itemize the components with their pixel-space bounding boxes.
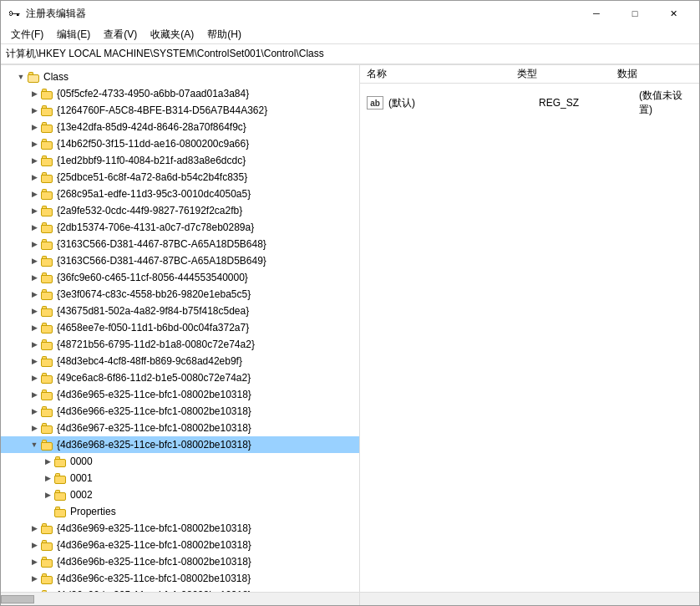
toggle-3163C566b[interactable]: ▶ — [28, 254, 41, 267]
tree-item-4d36e96a[interactable]: ▶ {4d36e96a-e325-11ce-bfc1-08002be10318} — [1, 537, 359, 553]
toggle-48d3ebc4[interactable]: ▶ — [28, 354, 41, 368]
tree-item-4d36e969[interactable]: ▶ {4d36e969-e325-11ce-bfc1-08002be10318} — [1, 520, 359, 537]
toggle-25dbce51[interactable]: ▶ — [28, 171, 41, 184]
tree-item-13e42dfa[interactable]: ▶ {13e42dfa-85d9-424d-8646-28a70f864f9c} — [1, 119, 359, 135]
toggle-05f5cfe2[interactable]: ▶ — [28, 87, 41, 100]
toggle-4d36e96c[interactable]: ▶ — [28, 572, 41, 585]
folder-icon-3e3f0674 — [41, 288, 54, 300]
tree-scroll[interactable]: ▼ Class ▶ — [1, 65, 359, 592]
tree-item-14b62f50[interactable]: ▶ {14b62f50-3f15-11dd-ae16-0800200c9a66} — [1, 135, 359, 152]
toggle-49ce6ac8[interactable]: ▶ — [28, 371, 41, 384]
menu-help[interactable]: 帮助(H) — [200, 26, 248, 43]
tree-item-4d36e96c[interactable]: ▶ {4d36e96c-e325-11ce-bfc1-08002be10318} — [1, 570, 359, 587]
reg-row-default[interactable]: ab (默认) REG_SZ (数值未设置) — [360, 87, 699, 119]
right-content: ab (默认) REG_SZ (数值未设置) — [360, 84, 699, 592]
menu-view[interactable]: 查看(V) — [97, 26, 144, 43]
folder-icon-4d36e965 — [41, 389, 54, 400]
folder-icon-3163C566b — [41, 255, 54, 267]
right-pane: 名称 类型 数据 ab (默认) REG_SZ (数值未设置) — [360, 65, 699, 605]
toggle-4d36e965[interactable]: ▶ — [28, 388, 41, 401]
tree-item-1264760F[interactable]: ▶ {1264760F-A5C8-4BFE-B314-D56A7B44A362} — [1, 102, 359, 119]
toggle-2a9fe532[interactable]: ▶ — [28, 204, 41, 217]
toggle-3163C566a[interactable]: ▶ — [28, 237, 41, 251]
title-bar: 🗝 注册表编辑器 ─ □ ✕ — [1, 1, 699, 26]
toggle-Properties[interactable] — [41, 505, 54, 518]
folder-icon-0001 — [54, 472, 68, 484]
toggle-48721b56[interactable]: ▶ — [28, 338, 41, 351]
toggle-0001[interactable]: ▶ — [41, 471, 54, 485]
tree-label-36fc9e60: {36fc9e60-c465-11cf-8056-444553540000} — [57, 272, 248, 283]
toggle-0000[interactable]: ▶ — [41, 455, 54, 468]
toggle-4d36e969[interactable]: ▶ — [28, 522, 41, 535]
tree-label-48d3ebc4: {48d3ebc4-4cf8-48ff-b869-9c68ad42eb9f} — [57, 355, 242, 367]
reg-data-default: (数值未设置) — [639, 89, 692, 117]
toggle-43675d81[interactable]: ▶ — [28, 304, 41, 318]
toggle-4d36e968[interactable]: ▼ — [28, 438, 41, 451]
toggle-0002[interactable]: ▶ — [41, 488, 54, 502]
tree-item-class[interactable]: ▼ Class — [1, 69, 359, 85]
tree-item-4d36e965[interactable]: ▶ {4d36e965-e325-11ce-bfc1-08002be10318} — [1, 386, 359, 403]
tree-item-3163C566b[interactable]: ▶ {3163C566-D381-4467-87BC-A65A18D5B649} — [1, 252, 359, 269]
reg-icon-ab: ab — [367, 96, 383, 109]
menu-favorites[interactable]: 收藏夹(A) — [144, 26, 200, 43]
toggle-36fc9e60[interactable]: ▶ — [28, 271, 41, 284]
tree-item-2a9fe532[interactable]: ▶ {2a9fe532-0cdc-44f9-9827-76192f2ca2fb} — [1, 202, 359, 219]
toggle-4d36e967[interactable]: ▶ — [28, 421, 41, 435]
tree-label-268c95a1: {268c95a1-edfe-11d3-95c3-0010dc4050a5} — [57, 188, 251, 200]
tree-item-4d36e968[interactable]: ▼ {4d36e968-e325-11ce-bfc1-08002be10318} — [1, 436, 359, 453]
tree-item-0002[interactable]: ▶ 0002 — [1, 486, 359, 503]
tree-label-49ce6ac8: {49ce6ac8-6f86-11d2-b1e5-0080c72e74a2} — [57, 372, 251, 384]
minimize-button[interactable]: ─ — [577, 1, 616, 26]
tree-item-0001[interactable]: ▶ 0001 — [1, 470, 359, 486]
scrollbar-thumb-left[interactable] — [1, 595, 34, 603]
tree-label-3163C566b: {3163C566-D381-4467-87BC-A65A18D5B649} — [57, 255, 266, 267]
toggle-4d36e96b[interactable]: ▶ — [28, 555, 41, 568]
toggle-4d36e96a[interactable]: ▶ — [28, 538, 41, 552]
tree-label-class: Class — [43, 71, 68, 83]
toggle-268c95a1[interactable]: ▶ — [28, 187, 41, 201]
tree-label-1ed2bbf9: {1ed2bbf9-11f0-4084-b21f-ad83a8e6dcdc} — [57, 155, 246, 166]
tree-item-05f5cfe2[interactable]: ▶ {05f5cfe2-4733-4950-a6bb-07aad01a3a84} — [1, 85, 359, 102]
left-scrollbar-h[interactable] — [1, 592, 359, 605]
tree-item-4d36e967[interactable]: ▶ {4d36e967-e325-11ce-bfc1-08002be10318} — [1, 420, 359, 436]
tree-item-48d3ebc4[interactable]: ▶ {48d3ebc4-4cf8-48ff-b869-9c68ad42eb9f} — [1, 353, 359, 369]
tree-label-4d36e968: {4d36e968-e325-11ce-bfc1-08002be10318} — [57, 439, 251, 451]
tree-item-36fc9e60[interactable]: ▶ {36fc9e60-c465-11cf-8056-444553540000} — [1, 269, 359, 286]
toggle-4658ee7e[interactable]: ▶ — [28, 321, 41, 334]
folder-icon-4d36e96d — [41, 589, 54, 592]
toggle-13e42dfa[interactable]: ▶ — [28, 120, 41, 134]
tree-item-Properties[interactable]: Properties — [1, 503, 359, 520]
tree-item-3163C566a[interactable]: ▶ {3163C566-D381-4467-87BC-A65A18D5B648} — [1, 236, 359, 252]
title-left: 🗝 注册表编辑器 — [8, 7, 86, 21]
tree-item-4d36e966[interactable]: ▶ {4d36e966-e325-11ce-bfc1-08002be10318} — [1, 403, 359, 420]
tree-item-0000[interactable]: ▶ 0000 — [1, 453, 359, 470]
toggle-1264760F[interactable]: ▶ — [28, 104, 41, 117]
menu-edit[interactable]: 编辑(E) — [50, 26, 97, 43]
toggle-3e3f0674[interactable]: ▶ — [28, 288, 41, 301]
tree-item-43675d81[interactable]: ▶ {43675d81-502a-4a82-9f84-b75f418c5dea} — [1, 303, 359, 319]
toggle-2db15374[interactable]: ▶ — [28, 221, 41, 234]
window-title: 注册表编辑器 — [26, 7, 86, 21]
tree-item-2db15374[interactable]: ▶ {2db15374-706e-4131-a0c7-d7c78eb0289a} — [1, 219, 359, 236]
folder-icon-13e42dfa — [41, 121, 54, 133]
tree-item-4d36e96b[interactable]: ▶ {4d36e96b-e325-11ce-bfc1-08002be10318} — [1, 553, 359, 570]
tree-label-4d36e96c: {4d36e96c-e325-11ce-bfc1-08002be10318} — [57, 573, 251, 584]
tree-item-48721b56[interactable]: ▶ {48721b56-6795-11d2-b1a8-0080c72e74a2} — [1, 336, 359, 353]
tree-item-1ed2bbf9[interactable]: ▶ {1ed2bbf9-11f0-4084-b21f-ad83a8e6dcdc} — [1, 152, 359, 169]
menu-file[interactable]: 文件(F) — [4, 26, 50, 43]
toggle-4d36e966[interactable]: ▶ — [28, 405, 41, 418]
close-button[interactable]: ✕ — [654, 1, 692, 26]
toggle-1ed2bbf9[interactable]: ▶ — [28, 154, 41, 167]
tree-item-25dbce51[interactable]: ▶ {25dbce51-6c8f-4a72-8a6d-b54c2b4fc835} — [1, 169, 359, 186]
tree-item-4658ee7e[interactable]: ▶ {4658ee7e-f050-11d1-b6bd-00c04fa372a7} — [1, 319, 359, 336]
folder-icon-4d36e969 — [41, 522, 54, 534]
tree-item-268c95a1[interactable]: ▶ {268c95a1-edfe-11d3-95c3-0010dc4050a5} — [1, 186, 359, 202]
main-content: ▼ Class ▶ — [1, 64, 699, 605]
tree-item-3e3f0674[interactable]: ▶ {3e3f0674-c83c-4558-bb26-9820e1eba5c5} — [1, 286, 359, 303]
right-scrollbar-h[interactable] — [360, 592, 699, 605]
folder-icon-0000 — [54, 456, 68, 467]
tree-item-49ce6ac8[interactable]: ▶ {49ce6ac8-6f86-11d2-b1e5-0080c72e74a2} — [1, 369, 359, 386]
maximize-button[interactable]: □ — [616, 1, 654, 26]
toggle-class[interactable]: ▼ — [14, 70, 28, 84]
toggle-14b62f50[interactable]: ▶ — [28, 137, 41, 150]
